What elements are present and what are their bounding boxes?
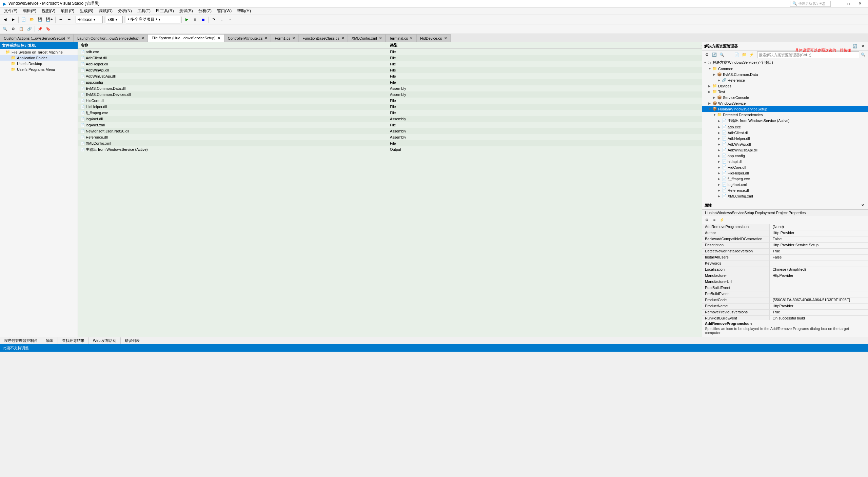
tab-close-function-base[interactable]: ✕	[341, 36, 344, 40]
toolbar-pause[interactable]: ⏸	[191, 16, 199, 23]
props-row[interactable]: BackwardCompatibleIDGeneration False	[702, 236, 868, 243]
sidebar-item-filesystem[interactable]: 📁 File System on Target Machine	[0, 49, 78, 55]
props-btn2[interactable]: ≡	[711, 217, 718, 224]
tree-item[interactable]: ▼ 📁 Common	[702, 66, 868, 71]
props-row[interactable]: AddRemoveProgramsIcon (None)	[702, 224, 868, 230]
toolbar-back[interactable]: ◀	[1, 16, 9, 23]
toolbar-step-out[interactable]: ↑	[226, 16, 234, 23]
props-row[interactable]: InstallAllUsers False	[702, 255, 868, 261]
file-row[interactable]: 📄 adb.exe File	[78, 49, 702, 55]
toolbar2-btn4[interactable]: 🔗	[26, 25, 33, 33]
props-row[interactable]: RunPostBuildEvent On successful build	[702, 316, 868, 320]
tab-file-system[interactable]: File System (Hua...dowsServiceSetup) ✕	[148, 34, 224, 42]
props-btn1[interactable]: ⚙	[704, 217, 710, 224]
tree-item[interactable]: ▶ 📁 Devices	[702, 83, 868, 89]
file-row[interactable]: 📄 log4net.dll Assembly	[78, 116, 702, 122]
tree-item[interactable]: ▼ 📦 HuaianWindowsServiceSetup	[702, 106, 868, 112]
tree-item[interactable]: ▼ 🗂 解决方案'WindowsService'(7 个项目)	[702, 59, 868, 66]
toolbar-save[interactable]: 💾	[36, 16, 44, 23]
bottom-tab-find-results[interactable]: 查找开导结果	[58, 337, 89, 344]
menu-project[interactable]: 项目(P)	[58, 7, 77, 15]
tree-item[interactable]: ▶ 🔗 Reference	[702, 77, 868, 83]
tab-launch-condition[interactable]: Launch Condition...owsServiceSetup) ✕	[74, 34, 148, 42]
se-refresh-btn[interactable]: 🔄	[711, 51, 718, 58]
toolbar2-btn6[interactable]: 🔖	[44, 25, 52, 33]
props-row[interactable]: DetectNewerInstalledVersion True	[702, 249, 868, 255]
tree-item[interactable]: ▶ 📁 Test	[702, 89, 868, 95]
file-row[interactable]: 📄 XMLConfig.xml File	[78, 140, 702, 146]
tree-item[interactable]: ▶ 📄 主输出 from WindowsService (Active)	[702, 118, 868, 124]
props-row[interactable]: ManufacturerUrl	[702, 279, 868, 285]
props-row[interactable]: PreBuildEvent	[702, 291, 868, 297]
props-row[interactable]: Description Http Provider Service Setup	[702, 243, 868, 249]
toolbar2-btn1[interactable]: 🔍	[1, 25, 9, 33]
tree-item[interactable]: ▶ 📄 HidCore.dll	[702, 164, 868, 170]
menu-file[interactable]: 文件(F)	[1, 7, 20, 15]
menu-view[interactable]: 视图(V)	[39, 7, 58, 15]
tree-item[interactable]: ▶ 📄 AdbClient.dll	[702, 130, 868, 136]
file-row[interactable]: 📄 log4net.xml File	[78, 122, 702, 128]
se-btn-sync[interactable]: 🔄	[852, 43, 859, 49]
props-row[interactable]: Author Http Provider	[702, 230, 868, 236]
toolbar-run[interactable]: ▶	[183, 16, 191, 23]
menu-edit[interactable]: 编辑(E)	[20, 7, 39, 15]
tree-item[interactable]: ▶ 📄 fj_ffmpeg.exe	[702, 176, 868, 182]
minimize-button[interactable]: ─	[831, 1, 842, 7]
se-btn-close[interactable]: ✕	[859, 43, 866, 49]
tree-item[interactable]: ▶ 📄 Reference.dll	[702, 187, 868, 193]
toolbar2-btn3[interactable]: 📋	[18, 25, 25, 33]
menu-build[interactable]: 生成(B)	[77, 7, 96, 15]
tree-item[interactable]: ▶ 📄 app.config	[702, 153, 868, 159]
props-btn3[interactable]: ⚡	[718, 217, 725, 224]
tree-item[interactable]: ▶ 📦 WindowsService	[702, 100, 868, 106]
search-quick[interactable]: 🔍 快速启动 (Ctrl+Q)	[790, 1, 831, 7]
menu-debug[interactable]: 调试(D)	[96, 7, 115, 15]
file-row[interactable]: 📄 Reference.dll Assembly	[78, 134, 702, 140]
file-row[interactable]: 📄 EvMS.Common.Devices.dll Assembly	[78, 91, 702, 98]
toolbar-save-all[interactable]: 💾+	[44, 16, 54, 23]
file-row[interactable]: 📄 AdbWinUsbApi.dll File	[78, 73, 702, 79]
file-row[interactable]: 📄 AdbWinApi.dll File	[78, 67, 702, 73]
se-settings-btn[interactable]: ⚡	[748, 51, 755, 58]
menu-analysis[interactable]: 分析(Z)	[196, 7, 214, 15]
file-row[interactable]: 📄 AdbHelper.dll File	[78, 61, 702, 67]
tree-item[interactable]: ▼ 📁 Detected Dependencies	[702, 112, 868, 118]
toolbar-stop[interactable]: ⏹	[199, 16, 207, 23]
menu-help[interactable]: 帮助(H)	[234, 7, 254, 15]
solution-search-input[interactable]	[757, 51, 859, 58]
props-row[interactable]: ProductName HttpProvider	[702, 304, 868, 310]
file-row[interactable]: 📄 主输出 from WindowsService (Active) Outpu…	[78, 146, 702, 152]
file-row[interactable]: 📄 HidHelper.dll File	[78, 104, 702, 110]
toolbar-open[interactable]: 📂	[28, 16, 36, 23]
props-close[interactable]: ✕	[859, 202, 866, 209]
toolbar2-btn2[interactable]: ⚙	[9, 25, 17, 33]
toolbar-step-over[interactable]: ↷	[210, 16, 217, 23]
tab-close-terminal[interactable]: ✕	[410, 36, 413, 40]
file-row[interactable]: 📄 HidCore.dll File	[78, 98, 702, 104]
se-search-btn[interactable]: 🔍	[860, 51, 867, 58]
tab-custom-actions[interactable]: Custom Actions (...owsServiceSetup) ✕	[0, 34, 74, 42]
menu-test[interactable]: 测试(S)	[177, 7, 196, 15]
tab-close-hiddevice[interactable]: ✕	[444, 36, 447, 40]
props-row[interactable]: PostBuildEvent	[702, 285, 868, 291]
menu-tools[interactable]: 工具(T)	[135, 7, 153, 15]
menu-rtools[interactable]: R 工具(R)	[153, 7, 177, 15]
platform-dropdown[interactable]: x86	[106, 16, 123, 23]
bottom-tab-package-manager[interactable]: 程序包管理器控制台	[0, 337, 42, 344]
close-button[interactable]: ✕	[854, 1, 865, 7]
tree-item[interactable]: ▶ 📄 AdbHelper.dll	[702, 136, 868, 141]
tab-terminal[interactable]: Terminal.cs ✕	[386, 34, 417, 42]
tree-item[interactable]: ▶ 📦 ServiceConsole	[702, 95, 868, 100]
props-row[interactable]: Manufacturer HttpProvider	[702, 273, 868, 279]
tree-item[interactable]: ▶ 📦 EvMS.Common.Data	[702, 71, 868, 77]
tree-item[interactable]: ▶ 📄 log4net.xml	[702, 182, 868, 187]
tab-close-xmlconfig[interactable]: ✕	[379, 36, 382, 40]
tab-close-custom-actions[interactable]: ✕	[67, 36, 70, 40]
se-newfolder-btn[interactable]: 📁	[741, 51, 748, 58]
se-newfile-btn[interactable]: 📄	[733, 51, 740, 58]
file-row[interactable]: 📄 EvMS.Common.Data.dll Assembly	[78, 85, 702, 91]
tab-controller[interactable]: ControllerAttribute.cs ✕	[224, 34, 271, 42]
props-row[interactable]: Keywords	[702, 261, 868, 267]
menu-analyze[interactable]: 分析(N)	[115, 7, 135, 15]
toolbar-new[interactable]: 📄	[20, 16, 27, 23]
